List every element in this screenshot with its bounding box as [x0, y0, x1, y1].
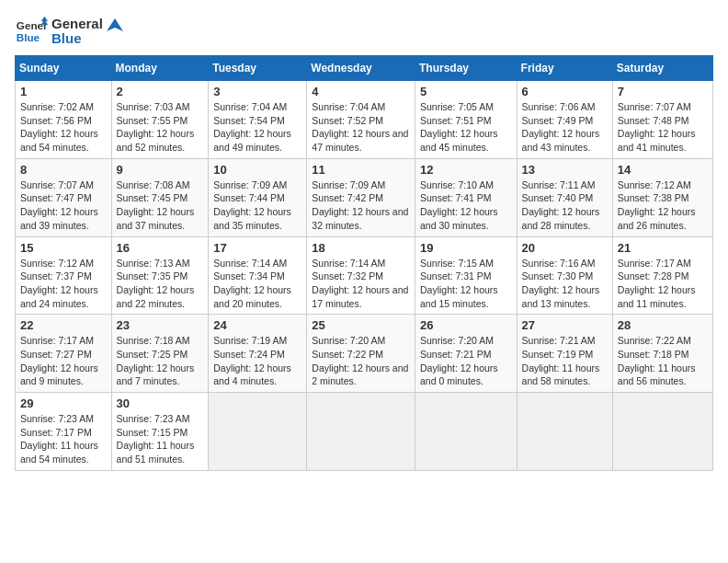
calendar-cell: 16Sunrise: 7:13 AMSunset: 7:35 PMDayligh…: [111, 236, 209, 315]
calendar-cell: 27Sunrise: 7:21 AMSunset: 7:19 PMDayligh…: [517, 315, 612, 393]
header-thursday: Thursday: [415, 56, 517, 81]
calendar-cell: [517, 393, 612, 471]
day-info: Sunrise: 7:20 AMSunset: 7:21 PMDaylight:…: [420, 334, 512, 388]
day-info: Sunrise: 7:03 AMSunset: 7:55 PMDaylight:…: [117, 100, 204, 155]
day-info: Sunrise: 7:14 AMSunset: 7:32 PMDaylight:…: [312, 257, 410, 311]
calendar-cell: 10Sunrise: 7:09 AMSunset: 7:44 PMDayligh…: [209, 158, 307, 236]
day-number: 10: [213, 163, 301, 177]
calendar-cell: 7Sunrise: 7:07 AMSunset: 7:48 PMDaylight…: [612, 81, 712, 159]
day-number: 15: [20, 241, 107, 255]
calendar-header-row: SundayMondayTuesdayWednesdayThursdayFrid…: [16, 56, 713, 81]
calendar-cell: 28Sunrise: 7:22 AMSunset: 7:18 PMDayligh…: [612, 315, 712, 393]
header-tuesday: Tuesday: [209, 56, 307, 81]
calendar-cell: [209, 393, 307, 471]
day-info: Sunrise: 7:02 AMSunset: 7:56 PMDaylight:…: [20, 100, 107, 155]
day-number: 14: [618, 163, 708, 177]
calendar-cell: 3Sunrise: 7:04 AMSunset: 7:54 PMDaylight…: [209, 81, 307, 159]
calendar-cell: 17Sunrise: 7:14 AMSunset: 7:34 PMDayligh…: [209, 236, 307, 315]
header-wednesday: Wednesday: [307, 56, 415, 81]
day-info: Sunrise: 7:06 AMSunset: 7:49 PMDaylight:…: [522, 100, 608, 155]
calendar-cell: 23Sunrise: 7:18 AMSunset: 7:25 PMDayligh…: [111, 315, 209, 393]
day-number: 4: [312, 85, 410, 98]
day-number: 6: [522, 85, 608, 98]
day-number: 24: [213, 318, 301, 332]
day-number: 27: [522, 318, 608, 332]
day-number: 18: [312, 241, 410, 255]
calendar-week-row: 22Sunrise: 7:17 AMSunset: 7:27 PMDayligh…: [16, 315, 713, 393]
day-info: Sunrise: 7:09 AMSunset: 7:42 PMDaylight:…: [312, 178, 410, 233]
calendar-cell: 29Sunrise: 7:23 AMSunset: 7:17 PMDayligh…: [16, 393, 112, 471]
calendar-cell: 30Sunrise: 7:23 AMSunset: 7:15 PMDayligh…: [111, 393, 209, 471]
day-number: 22: [20, 318, 107, 332]
calendar-cell: 20Sunrise: 7:16 AMSunset: 7:30 PMDayligh…: [517, 236, 612, 315]
calendar-week-row: 29Sunrise: 7:23 AMSunset: 7:17 PMDayligh…: [16, 393, 713, 471]
day-info: Sunrise: 7:10 AMSunset: 7:41 PMDaylight:…: [420, 178, 512, 233]
day-info: Sunrise: 7:08 AMSunset: 7:45 PMDaylight:…: [117, 178, 204, 233]
day-info: Sunrise: 7:09 AMSunset: 7:44 PMDaylight:…: [213, 178, 301, 233]
calendar-cell: 1Sunrise: 7:02 AMSunset: 7:56 PMDaylight…: [16, 81, 112, 159]
day-info: Sunrise: 7:17 AMSunset: 7:28 PMDaylight:…: [618, 257, 708, 311]
calendar-week-row: 15Sunrise: 7:12 AMSunset: 7:37 PMDayligh…: [16, 236, 713, 315]
day-info: Sunrise: 7:04 AMSunset: 7:54 PMDaylight:…: [213, 100, 301, 155]
day-number: 1: [20, 85, 107, 98]
day-info: Sunrise: 7:22 AMSunset: 7:18 PMDaylight:…: [618, 334, 708, 388]
calendar-cell: 19Sunrise: 7:15 AMSunset: 7:31 PMDayligh…: [415, 236, 517, 315]
day-info: Sunrise: 7:04 AMSunset: 7:52 PMDaylight:…: [312, 100, 410, 155]
day-info: Sunrise: 7:05 AMSunset: 7:51 PMDaylight:…: [420, 100, 512, 155]
calendar-cell: 22Sunrise: 7:17 AMSunset: 7:27 PMDayligh…: [16, 315, 112, 393]
calendar-cell: [307, 393, 415, 471]
day-number: 21: [618, 241, 708, 255]
calendar-cell: [612, 393, 712, 471]
day-number: 16: [117, 241, 204, 255]
logo-icon: General Blue: [15, 15, 48, 48]
calendar-cell: 13Sunrise: 7:11 AMSunset: 7:40 PMDayligh…: [517, 158, 612, 236]
calendar-cell: [415, 393, 517, 471]
calendar-week-row: 8Sunrise: 7:07 AMSunset: 7:47 PMDaylight…: [16, 158, 713, 236]
day-number: 28: [618, 318, 708, 332]
day-number: 9: [117, 163, 204, 177]
day-info: Sunrise: 7:13 AMSunset: 7:35 PMDaylight:…: [117, 257, 204, 311]
day-number: 12: [420, 163, 512, 177]
svg-marker-4: [107, 18, 123, 31]
day-info: Sunrise: 7:12 AMSunset: 7:38 PMDaylight:…: [618, 178, 708, 233]
day-info: Sunrise: 7:17 AMSunset: 7:27 PMDaylight:…: [20, 334, 107, 388]
header-sunday: Sunday: [16, 56, 112, 81]
day-number: 5: [420, 85, 512, 98]
day-info: Sunrise: 7:12 AMSunset: 7:37 PMDaylight:…: [20, 257, 107, 311]
calendar-cell: 12Sunrise: 7:10 AMSunset: 7:41 PMDayligh…: [415, 158, 517, 236]
day-info: Sunrise: 7:23 AMSunset: 7:17 PMDaylight:…: [20, 412, 107, 466]
header-friday: Friday: [517, 56, 612, 81]
calendar-cell: 9Sunrise: 7:08 AMSunset: 7:45 PMDaylight…: [111, 158, 209, 236]
calendar-cell: 18Sunrise: 7:14 AMSunset: 7:32 PMDayligh…: [307, 236, 415, 315]
logo-blue: Blue: [51, 31, 123, 47]
day-number: 3: [213, 85, 301, 98]
calendar-cell: 2Sunrise: 7:03 AMSunset: 7:55 PMDaylight…: [111, 81, 209, 159]
day-number: 13: [522, 163, 608, 177]
day-info: Sunrise: 7:20 AMSunset: 7:22 PMDaylight:…: [312, 334, 410, 388]
calendar-cell: 6Sunrise: 7:06 AMSunset: 7:49 PMDaylight…: [517, 81, 612, 159]
day-info: Sunrise: 7:23 AMSunset: 7:15 PMDaylight:…: [117, 412, 204, 466]
day-number: 8: [20, 163, 107, 177]
calendar-cell: 11Sunrise: 7:09 AMSunset: 7:42 PMDayligh…: [307, 158, 415, 236]
logo: General Blue General Blue: [15, 15, 123, 48]
day-number: 26: [420, 318, 512, 332]
calendar-cell: 25Sunrise: 7:20 AMSunset: 7:22 PMDayligh…: [307, 315, 415, 393]
day-info: Sunrise: 7:15 AMSunset: 7:31 PMDaylight:…: [420, 257, 512, 311]
calendar-cell: 8Sunrise: 7:07 AMSunset: 7:47 PMDaylight…: [16, 158, 112, 236]
header-monday: Monday: [111, 56, 209, 81]
day-info: Sunrise: 7:19 AMSunset: 7:24 PMDaylight:…: [213, 334, 301, 388]
day-number: 7: [618, 85, 708, 98]
calendar-cell: 24Sunrise: 7:19 AMSunset: 7:24 PMDayligh…: [209, 315, 307, 393]
day-info: Sunrise: 7:21 AMSunset: 7:19 PMDaylight:…: [522, 334, 608, 388]
calendar-cell: 4Sunrise: 7:04 AMSunset: 7:52 PMDaylight…: [307, 81, 415, 159]
day-number: 29: [20, 396, 107, 410]
logo-general: General: [51, 17, 123, 32]
day-number: 2: [117, 85, 204, 98]
day-info: Sunrise: 7:07 AMSunset: 7:48 PMDaylight:…: [618, 100, 708, 155]
calendar-cell: 14Sunrise: 7:12 AMSunset: 7:38 PMDayligh…: [612, 158, 712, 236]
day-number: 25: [312, 318, 410, 332]
day-info: Sunrise: 7:16 AMSunset: 7:30 PMDaylight:…: [522, 257, 608, 311]
calendar-cell: 5Sunrise: 7:05 AMSunset: 7:51 PMDaylight…: [415, 81, 517, 159]
day-number: 20: [522, 241, 608, 255]
calendar-cell: 21Sunrise: 7:17 AMSunset: 7:28 PMDayligh…: [612, 236, 712, 315]
